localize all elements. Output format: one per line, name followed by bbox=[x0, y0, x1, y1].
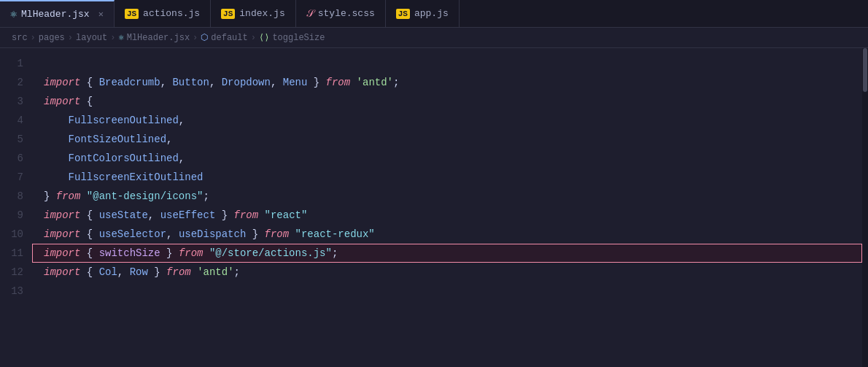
line-numbers: 1 2 3 4 5 6 7 8 9 10 11 12 13 bbox=[0, 48, 32, 367]
js-icon-index: JS bbox=[221, 9, 235, 19]
tab-bar: ⚛ MlHeader.jsx ✕ JS actions.js JS index.… bbox=[0, 0, 868, 28]
code-line-12: import { Col, Row } from 'antd'; bbox=[32, 263, 862, 282]
code-area[interactable]: import { Breadcrumb, Button, Dropdown, M… bbox=[32, 48, 862, 367]
tab-close-mlheader[interactable]: ✕ bbox=[98, 9, 104, 20]
tab-label-mlheader: MlHeader.jsx bbox=[21, 9, 90, 20]
react-icon: ⚛ bbox=[10, 7, 17, 21]
breadcrumb-cube-icon: ⬡ bbox=[201, 32, 208, 43]
code-line-4: FullscreenOutlined, bbox=[32, 111, 862, 130]
code-line-10: import { useSelector, useDispatch } from… bbox=[32, 225, 862, 244]
code-line-8: } from "@ant-design/icons"; bbox=[32, 187, 862, 206]
scrollbar[interactable] bbox=[862, 48, 868, 367]
tab-app[interactable]: JS app.js bbox=[386, 0, 460, 27]
code-line-9: import { useState, useEffect } from "rea… bbox=[32, 206, 862, 225]
code-line-6: FontColorsOutlined, bbox=[32, 149, 862, 168]
scss-icon: 𝒮 bbox=[306, 8, 314, 20]
breadcrumb-func-icon: ⟨⟩ bbox=[259, 32, 269, 43]
code-line-5: FontSizeOutlined, bbox=[32, 130, 862, 149]
tab-actions[interactable]: JS actions.js bbox=[115, 0, 211, 27]
breadcrumb-react-icon: ⚛ bbox=[118, 32, 123, 43]
tab-index[interactable]: JS index.js bbox=[211, 0, 296, 27]
tab-label-index: index.js bbox=[239, 8, 284, 19]
js-icon-actions: JS bbox=[125, 9, 139, 19]
code-line-7: FullscreenExitOutlined bbox=[32, 168, 862, 187]
code-line-2: import { Breadcrumb, Button, Dropdown, M… bbox=[32, 73, 862, 92]
editor: 1 2 3 4 5 6 7 8 9 10 11 12 13 import { B… bbox=[0, 48, 868, 367]
tab-style[interactable]: 𝒮 style.scss bbox=[296, 0, 386, 27]
editor-container: ⚛ MlHeader.jsx ✕ JS actions.js JS index.… bbox=[0, 0, 868, 367]
tab-label-actions: actions.js bbox=[143, 8, 200, 19]
code-line-13 bbox=[32, 282, 862, 301]
tab-mlheader[interactable]: ⚛ MlHeader.jsx ✕ bbox=[0, 0, 115, 27]
code-line-3: import { bbox=[32, 92, 862, 111]
code-line-1 bbox=[32, 54, 862, 73]
breadcrumb: src › pages › layout › ⚛ MlHeader.jsx › … bbox=[0, 28, 868, 48]
js-icon-app: JS bbox=[396, 9, 410, 19]
tab-label-style: style.scss bbox=[318, 8, 375, 19]
code-line-11: import { switchSize } from "@/store/acti… bbox=[32, 244, 862, 263]
tab-label-app: app.js bbox=[414, 8, 449, 19]
